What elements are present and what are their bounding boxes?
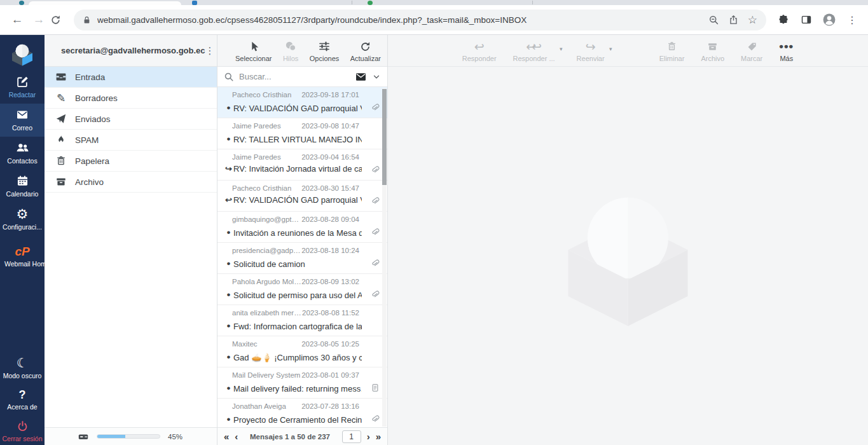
mail-status-icon [224, 164, 233, 174]
sidebar-item-calendario[interactable]: Calendario [0, 170, 45, 203]
scrollbar-thumb[interactable] [382, 89, 387, 185]
sidebar-item-correo[interactable]: Correo [0, 104, 45, 137]
folder-spam[interactable]: SPAM [45, 130, 217, 151]
refresh-icon [50, 14, 62, 26]
mail-list-row[interactable]: presidencia@gadpla… 2023-08-18 10:24 Sol… [217, 243, 387, 274]
side-panel-icon[interactable] [797, 14, 816, 25]
mark-button[interactable]: Marcar [741, 40, 762, 62]
mail-status-icon [224, 351, 233, 364]
forward-button[interactable]: ↪ Reenviar ▾ [577, 40, 605, 62]
prev-page-button[interactable]: ‹ [235, 432, 238, 441]
account-header: secretaria@gadvallehermoso.gob.ec ⋮ [45, 35, 217, 67]
options-button[interactable]: Opciones [310, 40, 339, 62]
page-number-input[interactable] [342, 430, 361, 443]
mail-sender: Maxitec [232, 340, 258, 348]
mail-subject: Proyecto de Cerramiento del Recint… [233, 415, 362, 425]
sidebar-item-acerca-de[interactable]: ? Acerca de [0, 385, 45, 416]
account-email: secretaria@gadvallehermoso.gob.ec [61, 46, 205, 55]
mail-sender: Jaime Paredes [232, 122, 281, 130]
mail-list-row[interactable]: gimbaquingo@gptsa… 2023-08-28 09:04 Invi… [217, 212, 387, 243]
mail-list-row[interactable]: Maxitec 2023-08-05 10:25 Gad 🥧🍦 ¡Cumplim… [217, 336, 387, 367]
search-input[interactable] [239, 72, 355, 81]
folder-archivo[interactable]: Archivo [45, 172, 217, 193]
search-options-chevron-icon[interactable] [372, 72, 381, 81]
attachment-icon [370, 289, 380, 299]
sidebar-item-configuracion[interactable]: ⚙ Configuraci... [0, 203, 45, 236]
url-text[interactable]: webmail.gadvallehermoso.gob.ec/cpsess462… [97, 15, 699, 25]
folder-borradores[interactable]: ✎ Borradores [45, 88, 217, 109]
refresh-button[interactable] [50, 14, 71, 26]
roundcube-watermark [388, 67, 868, 445]
profile-avatar[interactable] [820, 13, 839, 27]
mail-list-row[interactable]: Pacheco Cristhian 2023-09-18 17:01 RV: V… [217, 87, 387, 118]
search-scope-icon[interactable] [355, 72, 367, 82]
archive-button[interactable]: Archivo [701, 40, 724, 62]
gear-icon: ⚙ [17, 207, 29, 221]
active-tab[interactable] [29, 1, 181, 5]
tab-favicon [368, 1, 373, 5]
mail-date: 2023-08-08 11:52 [302, 309, 359, 317]
mail-list-row[interactable]: Jaime Paredes 2023-09-08 10:47 RV: TALLE… [217, 118, 387, 149]
contacts-icon [15, 141, 30, 154]
folder-column: secretaria@gadvallehermoso.gob.ec ⋮ Entr… [45, 35, 217, 445]
sidebar-item-redactar[interactable]: Redactar [0, 71, 45, 104]
trash-icon [55, 155, 67, 167]
mail-list-row[interactable]: Pacheco Cristhian 2023-08-30 15:47 RV: V… [217, 181, 387, 212]
reply-all-caret-icon[interactable]: ▾ [560, 46, 563, 52]
mail-date: 2023-08-09 13:02 [301, 278, 359, 285]
reply-all-button[interactable]: ↩↩ Responder ... ▾ [513, 40, 555, 62]
mail-subject: Fwd: Informacion cartografica de la… [233, 322, 362, 331]
mail-status-icon [224, 102, 233, 114]
mail-list-row[interactable]: Jaime Paredes 2023-09-04 16:54 RV: Invit… [217, 149, 387, 181]
select-button[interactable]: Seleccionar [235, 40, 272, 62]
lock-icon [83, 15, 91, 25]
mail-list-row[interactable]: anita elizabeth merin… 2023-08-08 11:52 … [217, 305, 387, 336]
refresh-list-button[interactable]: Actualizar [350, 40, 381, 62]
bookmark-star-icon[interactable]: ☆ [748, 15, 757, 25]
delete-button[interactable]: Eliminar [659, 40, 685, 62]
folder-entrada[interactable]: Entrada [45, 67, 217, 88]
list-toolbar: Seleccionar Hilos Opciones Actualizar [217, 35, 387, 67]
chrome-menu-icon[interactable]: ⋮ [843, 14, 862, 26]
quota-progress-fill [97, 435, 125, 438]
sidebar-item-cerrar-sesion[interactable]: Cerrar sesión [0, 416, 45, 445]
mail-sender: Mail Delivery System [232, 371, 300, 379]
attachment-icon [370, 164, 380, 175]
more-button[interactable]: ••• Más [779, 40, 794, 62]
reply-button[interactable]: ↩ Responder [462, 40, 497, 62]
cursor-icon [248, 40, 259, 53]
last-page-button[interactable]: » [376, 432, 381, 441]
forward-caret-icon[interactable]: ▾ [609, 46, 612, 52]
forward-button[interactable]: → [28, 13, 50, 27]
share-icon[interactable] [728, 15, 739, 25]
mail-list-row[interactable]: Mail Delivery System 2023-08-01 09:37 Ma… [217, 367, 387, 399]
mail-list-row[interactable]: Jonathan Aveiga 2023-07-28 13:16 Proyect… [217, 399, 387, 427]
mail-subject: RV: VALIDACIÓN GAD parroquial Va… [233, 195, 362, 205]
extensions-icon[interactable] [774, 14, 793, 25]
search-bar [217, 67, 387, 87]
mail-date: 2023-08-18 10:24 [301, 247, 359, 254]
mail-sender: Jaime Paredes [232, 153, 281, 161]
forward-icon: ↪ [586, 40, 596, 53]
browser-tab-strip[interactable] [0, 0, 868, 5]
zoom-page-icon[interactable] [708, 15, 719, 25]
folder-papelera[interactable]: Papelera [45, 151, 217, 172]
sidebar-item-webmail-home[interactable]: cP Webmail Home [0, 241, 45, 273]
sidebar-item-modo-oscuro[interactable]: ☾ Modo oscuro [0, 352, 45, 385]
account-menu-icon[interactable]: ⋮ [205, 45, 215, 57]
first-page-button[interactable]: « [224, 432, 229, 441]
tab-favicon [192, 1, 197, 5]
mail-list-row[interactable]: Pahola Argudo Molina 2023-08-09 13:02 So… [217, 274, 387, 305]
archive-icon [707, 40, 718, 53]
mail-status-icon [224, 257, 233, 270]
list-scrollbar[interactable] [382, 88, 387, 427]
next-page-button[interactable]: › [367, 432, 370, 441]
refresh-icon [359, 40, 371, 53]
address-bar[interactable]: webmail.gadvallehermoso.gob.ec/cpsess462… [74, 10, 766, 31]
folder-enviados[interactable]: Enviados [45, 109, 217, 130]
sidebar-item-contactos[interactable]: Contactos [0, 137, 45, 170]
mail-date: 2023-09-08 10:47 [301, 122, 359, 130]
back-button[interactable]: ← [6, 13, 28, 27]
threads-button[interactable]: Hilos [283, 40, 298, 62]
mail-subject: RV: TALLER VIRTUAL MANEJO INT… [233, 135, 362, 144]
